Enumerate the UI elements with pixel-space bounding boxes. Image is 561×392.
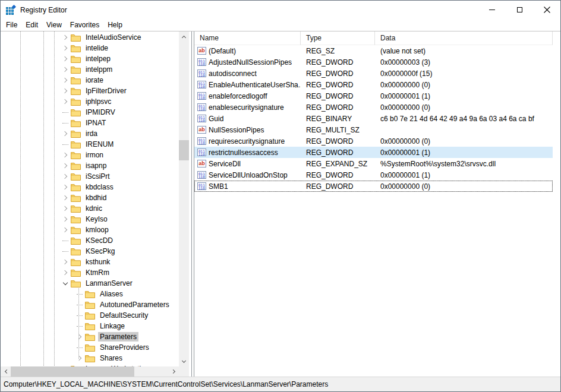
expand-chevron-icon[interactable]	[62, 67, 67, 72]
tree-horizontal-scrollbar[interactable]	[1, 366, 179, 377]
value-row-requiresecuritysignature[interactable]: 011110 requiresecuritysignature REG_DWOR…	[194, 135, 553, 147]
column-header-type[interactable]: Type	[301, 31, 375, 45]
tree-item-aliases[interactable]: Aliases	[1, 289, 179, 299]
tree-item-kbdhid[interactable]: kbdhid	[1, 192, 179, 203]
horizontal-scroll-thumb[interactable]	[11, 366, 134, 377]
tree-item-intelide[interactable]: intelide	[1, 43, 179, 53]
collapse-chevron-icon[interactable]	[62, 280, 67, 285]
expand-chevron-icon[interactable]	[62, 46, 67, 50]
tree-item-ipfilterdriver[interactable]: IpFilterDriver	[1, 86, 179, 96]
scroll-up-arrow-icon[interactable]	[179, 31, 189, 42]
scroll-down-arrow-icon[interactable]	[179, 356, 189, 366]
menu-file[interactable]: File	[2, 20, 21, 30]
expand-chevron-icon[interactable]	[62, 153, 67, 157]
dword-value-icon: 011110	[197, 92, 206, 100]
menu-help[interactable]: Help	[103, 20, 127, 30]
tree-vertical-scrollbar[interactable]	[179, 31, 189, 366]
value-row-servicedllunloadonstop[interactable]: 011110 ServiceDllUnloadOnStop REG_DWORD …	[194, 169, 553, 181]
tree-item-defaultsecurity[interactable]: DefaultSecurity	[1, 310, 179, 321]
expand-chevron-icon[interactable]	[62, 35, 67, 40]
expand-chevron-icon[interactable]	[62, 270, 67, 275]
tree-item-iphlpsvc[interactable]: iphlpsvc	[1, 96, 179, 107]
vertical-scroll-thumb[interactable]	[179, 140, 189, 160]
tree-item-parameters[interactable]: Parameters	[1, 331, 179, 342]
dword-value-icon: 011110	[197, 69, 206, 77]
tree-item-shares[interactable]: Shares	[1, 353, 179, 363]
value-row-autodisconnect[interactable]: 011110 autodisconnect REG_DWORD 0x000000…	[194, 68, 553, 79]
column-header-data[interactable]: Data	[375, 31, 553, 45]
tree-item-linkage[interactable]: Linkage	[1, 321, 179, 331]
folder-icon	[71, 77, 81, 84]
expand-chevron-icon[interactable]	[62, 195, 67, 200]
value-row-guid[interactable]: 011110 Guid REG_BINARY c6 b0 7e 21 4d 64…	[194, 113, 553, 124]
close-button[interactable]	[533, 1, 560, 19]
value-name: enablesecuritysignature	[209, 103, 284, 112]
menu-favorites[interactable]: Favorites	[66, 20, 103, 30]
tree-item-label: Linkage	[98, 321, 127, 331]
expand-chevron-icon[interactable]	[62, 88, 67, 93]
value-row-enableauthenticateusersha-[interactable]: 011110 EnableAuthenticateUserSha... REG_…	[194, 79, 553, 90]
tree-item-irenum[interactable]: IRENUM	[1, 139, 179, 150]
folder-icon	[71, 184, 81, 191]
expand-chevron-icon[interactable]	[62, 131, 67, 136]
value-row-enableforcedlogoff[interactable]: 011110 enableforcedlogoff REG_DWORD 0x00…	[194, 90, 553, 102]
tree-item-iorate[interactable]: iorate	[1, 75, 179, 86]
expand-chevron-icon[interactable]	[62, 260, 67, 264]
expand-chevron-icon[interactable]	[76, 356, 81, 361]
tree-item-kdnic[interactable]: kdnic	[1, 203, 179, 214]
registry-tree[interactable]: IntelAudioService intelide intelpep inte…	[1, 31, 179, 366]
scroll-left-arrow-icon[interactable]	[1, 366, 11, 377]
folder-icon	[71, 248, 81, 255]
column-header-name[interactable]: Name	[194, 31, 301, 45]
value-row--default-[interactable]: ab (Default) REG_SZ (value not set)	[194, 45, 553, 56]
menu-edit[interactable]: Edit	[21, 20, 42, 30]
expand-chevron-icon[interactable]	[76, 334, 81, 339]
value-row-adjustednullsessionpipes[interactable]: 011110 AdjustedNullSessionPipes REG_DWOR…	[194, 56, 553, 68]
minimize-button[interactable]	[478, 1, 506, 19]
tree-item-keyiso[interactable]: KeyIso	[1, 214, 179, 225]
tree-item-isapnp[interactable]: isapnp	[1, 160, 179, 171]
title-bar[interactable]: Registry Editor	[1, 1, 560, 19]
value-row-smb1[interactable]: 011110 SMB1 REG_DWORD 0x00000000 (0)	[194, 181, 553, 192]
tree-item-intelppm[interactable]: intelppm	[1, 64, 179, 75]
expand-chevron-icon[interactable]	[62, 185, 67, 189]
folder-icon	[71, 141, 81, 148]
scroll-right-arrow-icon[interactable]	[169, 366, 179, 377]
menu-view[interactable]: View	[42, 20, 66, 30]
dword-value-icon: 011110	[197, 81, 206, 88]
tree-item-label: Aliases	[98, 289, 125, 299]
tree-item-ipnat[interactable]: IPNAT	[1, 118, 179, 128]
tree-item-irmon[interactable]: irmon	[1, 150, 179, 160]
tree-item-label: Parameters	[98, 332, 138, 342]
expand-chevron-icon[interactable]	[62, 227, 67, 232]
tree-item-autotunedparameters[interactable]: AutotunedParameters	[1, 299, 179, 310]
tree-item-ktmrm[interactable]: KtmRm	[1, 267, 179, 278]
maximize-button[interactable]	[506, 1, 533, 19]
tree-item-ipmidrv[interactable]: IPMIDRV	[1, 107, 179, 118]
tree-item-shareproviders[interactable]: ShareProviders	[1, 342, 179, 353]
tree-item-intelpep[interactable]: intelpep	[1, 53, 179, 64]
value-row-enablesecuritysignature[interactable]: 011110 enablesecuritysignature REG_DWORD…	[194, 102, 553, 113]
tree-item-intelaudioservice[interactable]: IntelAudioService	[1, 32, 179, 43]
value-row-nullsessionpipes[interactable]: ab NullSessionPipes REG_MULTI_SZ	[194, 124, 553, 135]
tree-item-label: IPMIDRV	[84, 108, 117, 117]
expand-chevron-icon[interactable]	[62, 217, 67, 222]
expand-chevron-icon[interactable]	[62, 174, 67, 179]
tree-item-iscsiprt[interactable]: iScsiPrt	[1, 171, 179, 182]
expand-chevron-icon[interactable]	[62, 78, 67, 83]
expand-chevron-icon[interactable]	[62, 163, 67, 168]
expand-chevron-icon[interactable]	[62, 56, 67, 61]
tree-item-ksecpkg[interactable]: KSecPkg	[1, 246, 179, 257]
tree-item-kmloop[interactable]: kmloop	[1, 225, 179, 235]
tree-item-kbdclass[interactable]: kbdclass	[1, 182, 179, 192]
value-row-servicedll[interactable]: ab ServiceDll REG_EXPAND_SZ %SystemRoot%…	[194, 158, 553, 169]
expand-chevron-icon[interactable]	[62, 99, 67, 104]
value-row-restrictnullsessaccess[interactable]: 011110 restrictnullsessaccess REG_DWORD …	[194, 147, 553, 158]
tree-item-irda[interactable]: irda	[1, 128, 179, 139]
tree-item-lanmanserver[interactable]: LanmanServer	[1, 278, 179, 289]
expand-chevron-icon[interactable]	[62, 206, 67, 211]
tree-item-ksthunk[interactable]: ksthunk	[1, 257, 179, 267]
dword-value-icon: 011110	[197, 137, 206, 145]
tree-item-ksecdd[interactable]: KSecDD	[1, 235, 179, 246]
value-name: NullSessionPipes	[209, 126, 264, 134]
